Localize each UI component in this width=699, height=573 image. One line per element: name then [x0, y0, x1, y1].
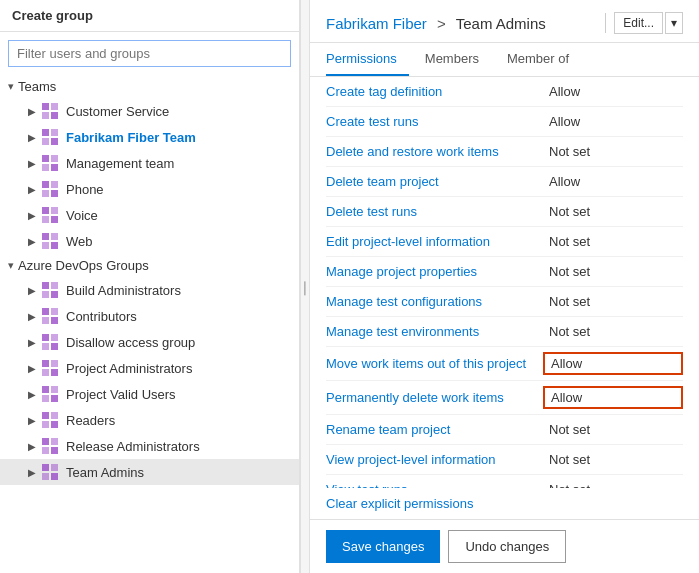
- expand-arrow-icon: ▶: [28, 337, 36, 348]
- save-changes-button[interactable]: Save changes: [326, 530, 440, 563]
- group-item-label: Release Administrators: [66, 439, 200, 454]
- permission-name[interactable]: Manage project properties: [326, 264, 543, 279]
- svg-rect-35: [51, 343, 58, 350]
- expand-arrow-icon: ▶: [28, 158, 36, 169]
- permission-name[interactable]: Move work items out of this project: [326, 356, 543, 371]
- list-item[interactable]: ▶ Fabrikam Fiber Team: [0, 124, 299, 150]
- edit-dropdown-button[interactable]: ▾: [665, 12, 683, 34]
- svg-rect-37: [51, 360, 58, 367]
- team-item-label: Customer Service: [66, 104, 169, 119]
- list-item[interactable]: ▶ Project Valid Users: [0, 381, 299, 407]
- svg-rect-19: [51, 216, 58, 223]
- list-item[interactable]: ▶ Project Administrators: [0, 355, 299, 381]
- permission-name[interactable]: Delete team project: [326, 174, 543, 189]
- panel-resize-handle[interactable]: ❘: [300, 0, 310, 573]
- svg-rect-13: [51, 181, 58, 188]
- group-icon: [40, 101, 60, 121]
- table-row: Delete and restore work itemsNot set: [326, 137, 683, 167]
- svg-rect-27: [51, 291, 58, 298]
- clear-permissions-link[interactable]: Clear explicit permissions: [310, 488, 699, 519]
- teams-section-header[interactable]: ▾ Teams: [0, 75, 299, 98]
- svg-rect-10: [42, 164, 49, 171]
- svg-rect-30: [42, 317, 49, 324]
- permission-value: Not set: [543, 142, 683, 161]
- permission-value: Not set: [543, 420, 683, 439]
- edit-button[interactable]: Edit...: [614, 12, 663, 34]
- svg-rect-22: [42, 242, 49, 249]
- permission-name[interactable]: View project-level information: [326, 452, 543, 467]
- expand-arrow-icon: ▶: [28, 236, 36, 247]
- list-item[interactable]: ▶ Release Administrators: [0, 433, 299, 459]
- group-item-label: Team Admins: [66, 465, 144, 480]
- svg-rect-14: [42, 190, 49, 197]
- permission-name[interactable]: Delete test runs: [326, 204, 543, 219]
- permission-name[interactable]: Edit project-level information: [326, 234, 543, 249]
- svg-rect-55: [51, 473, 58, 480]
- list-item[interactable]: ▶ Readers: [0, 407, 299, 433]
- left-panel: Create group ▾ Teams ▶ Customer Service …: [0, 0, 300, 573]
- list-item[interactable]: ▶ Disallow access group: [0, 329, 299, 355]
- teams-chevron-icon: ▾: [8, 80, 14, 93]
- svg-rect-0: [42, 103, 49, 110]
- permission-name[interactable]: Create test runs: [326, 114, 543, 129]
- svg-rect-38: [42, 369, 49, 376]
- svg-rect-36: [42, 360, 49, 367]
- permission-value[interactable]: Allow: [543, 386, 683, 409]
- group-icon: [40, 205, 60, 225]
- expand-arrow-icon: ▶: [28, 389, 36, 400]
- svg-rect-9: [51, 155, 58, 162]
- permission-name[interactable]: Permanently delete work items: [326, 390, 543, 405]
- list-item[interactable]: ▶ Web: [0, 228, 299, 254]
- svg-rect-34: [42, 343, 49, 350]
- list-item[interactable]: ▶ Customer Service: [0, 98, 299, 124]
- expand-arrow-icon: ▶: [28, 132, 36, 143]
- group-icon: [40, 280, 60, 300]
- permission-name[interactable]: Create tag definition: [326, 84, 543, 99]
- permission-name[interactable]: Manage test configurations: [326, 294, 543, 309]
- azure-devops-section-header[interactable]: ▾ Azure DevOps Groups: [0, 254, 299, 277]
- table-row: Delete team projectAllow: [326, 167, 683, 197]
- list-item[interactable]: ▶ Voice: [0, 202, 299, 228]
- permission-name[interactable]: Rename team project: [326, 422, 543, 437]
- list-item[interactable]: ▶ Management team: [0, 150, 299, 176]
- group-item-label: Readers: [66, 413, 115, 428]
- expand-arrow-icon: ▶: [28, 210, 36, 221]
- permission-value: Allow: [543, 172, 683, 191]
- tab-member-of[interactable]: Member of: [507, 43, 581, 76]
- create-group-button[interactable]: Create group: [0, 0, 299, 32]
- teams-items: ▶ Customer Service ▶ Fabrikam Fiber Te: [0, 98, 299, 254]
- permission-name[interactable]: Delete and restore work items: [326, 144, 543, 159]
- tree-container: ▾ Teams ▶ Customer Service ▶: [0, 75, 299, 573]
- expand-arrow-icon: ▶: [28, 415, 36, 426]
- filter-input[interactable]: [8, 40, 291, 67]
- list-item[interactable]: ▶ Contributors: [0, 303, 299, 329]
- svg-rect-33: [51, 334, 58, 341]
- team-item-label: Phone: [66, 182, 104, 197]
- svg-rect-48: [42, 438, 49, 445]
- tab-members[interactable]: Members: [425, 43, 491, 76]
- svg-rect-26: [42, 291, 49, 298]
- list-item[interactable]: ▶ Team Admins: [0, 459, 299, 485]
- table-row: Delete test runsNot set: [326, 197, 683, 227]
- group-item-label: Project Valid Users: [66, 387, 176, 402]
- azure-devops-section-label: Azure DevOps Groups: [18, 258, 149, 273]
- permission-value[interactable]: Allow: [543, 352, 683, 375]
- list-item[interactable]: ▶ Build Administrators: [0, 277, 299, 303]
- svg-rect-3: [51, 112, 58, 119]
- permission-name[interactable]: Manage test environments: [326, 324, 543, 339]
- group-icon: [40, 231, 60, 251]
- svg-rect-51: [51, 447, 58, 454]
- undo-changes-button[interactable]: Undo changes: [448, 530, 566, 563]
- svg-rect-16: [42, 207, 49, 214]
- svg-rect-25: [51, 282, 58, 289]
- tab-permissions[interactable]: Permissions: [326, 43, 409, 76]
- svg-rect-18: [42, 216, 49, 223]
- list-item[interactable]: ▶ Phone: [0, 176, 299, 202]
- svg-rect-4: [42, 129, 49, 136]
- group-item-label: Disallow access group: [66, 335, 195, 350]
- svg-rect-11: [51, 164, 58, 171]
- group-icon: [40, 410, 60, 430]
- breadcrumb-separator: >: [437, 15, 446, 32]
- tabs-row: Permissions Members Member of: [310, 43, 699, 77]
- breadcrumb-parent[interactable]: Fabrikam Fiber: [326, 15, 427, 32]
